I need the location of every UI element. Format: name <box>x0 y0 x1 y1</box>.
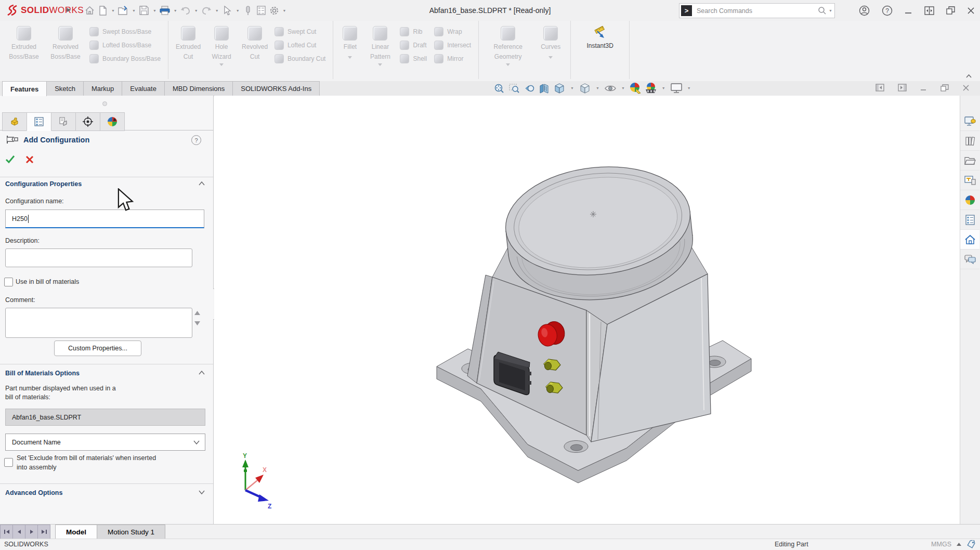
open-icon[interactable] <box>117 4 130 17</box>
print-dropdown-icon[interactable]: ▼ <box>174 9 177 12</box>
minimize-icon[interactable] <box>905 7 912 15</box>
configuration-properties-collapse-icon[interactable] <box>199 181 205 186</box>
tab-evaluate[interactable]: Evaluate <box>122 81 165 96</box>
ok-check-icon[interactable] <box>5 155 15 164</box>
bom-options-collapse-icon[interactable] <box>199 371 205 375</box>
tab-solidworks-add-ins[interactable]: SOLIDWORKS Add-Ins <box>232 81 320 96</box>
search-commands-box[interactable]: > Search Commands ▼ <box>679 3 835 18</box>
last-tab-icon[interactable] <box>37 525 50 539</box>
description-input[interactable] <box>5 248 192 267</box>
options-gear-icon[interactable] <box>268 4 281 17</box>
user-account-icon[interactable] <box>859 5 870 16</box>
display-manager-tab[interactable] <box>100 112 125 131</box>
select-cursor-icon[interactable] <box>221 4 234 17</box>
collapse-pane-left-icon[interactable] <box>876 84 884 91</box>
dimxpert-manager-tab[interactable] <box>75 112 100 131</box>
configuration-properties-header[interactable]: Configuration Properties <box>5 180 82 188</box>
linear-pattern-dropdown-icon[interactable] <box>378 63 382 66</box>
options-dropdown-icon[interactable]: ▼ <box>283 9 286 12</box>
display-style-dropdown-icon[interactable]: ▼ <box>596 86 599 90</box>
restore-icon[interactable] <box>946 6 955 15</box>
appearances-scenes-icon[interactable] <box>960 190 979 210</box>
search-input[interactable]: Search Commands <box>692 7 818 15</box>
part-model[interactable] <box>358 159 758 504</box>
mirror-button[interactable]: Mirror <box>434 54 471 63</box>
solidworks-resources-icon[interactable] <box>960 111 979 131</box>
view-palette-icon[interactable] <box>960 171 979 190</box>
file-explorer-icon[interactable] <box>960 151 979 171</box>
close-icon[interactable] <box>967 7 975 15</box>
zoom-to-area-icon[interactable] <box>508 82 520 94</box>
graphics-viewport[interactable]: Y X Z <box>214 96 960 524</box>
use-in-bom-checkbox[interactable] <box>4 278 13 286</box>
instant3d-button[interactable]: Instant3D <box>574 24 626 79</box>
home-icon[interactable] <box>83 4 96 17</box>
exclude-from-bom-checkbox[interactable] <box>4 458 13 467</box>
zoom-to-fit-icon[interactable] <box>493 82 505 94</box>
comments-icon[interactable] <box>960 250 979 269</box>
doc-minimize-icon[interactable] <box>920 84 927 91</box>
spinner-up-icon[interactable] <box>194 311 200 315</box>
save-icon[interactable] <box>138 4 151 17</box>
draft-button[interactable]: Draft <box>400 41 427 50</box>
doc-restore-icon[interactable] <box>940 84 949 91</box>
print-icon[interactable] <box>159 4 172 17</box>
view-orientation-icon[interactable] <box>553 82 566 94</box>
redo-icon[interactable] <box>200 4 213 17</box>
view-orientation-dropdown-icon[interactable]: ▼ <box>570 86 574 90</box>
section-view-icon[interactable] <box>538 82 551 94</box>
shell-button[interactable]: Shell <box>400 54 427 63</box>
swept-boss-base-button[interactable]: Swept Boss/Base <box>89 27 161 36</box>
undo-icon[interactable] <box>179 4 192 17</box>
configuration-manager-tab[interactable] <box>51 112 76 131</box>
lofted-boss-base-button[interactable]: Lofted Boss/Base <box>89 41 161 50</box>
tab-mbd-dimensions[interactable]: MBD Dimensions <box>164 81 233 96</box>
open-dropdown-icon[interactable]: ▼ <box>132 9 136 12</box>
view-settings-dropdown-icon[interactable]: ▼ <box>687 86 691 90</box>
doc-close-icon[interactable] <box>962 84 970 91</box>
rib-button[interactable]: Rib <box>400 27 427 36</box>
curves-button[interactable]: Curves <box>534 24 567 79</box>
display-style-icon[interactable] <box>579 82 591 94</box>
tab-features[interactable]: Features <box>2 81 47 96</box>
model-tab[interactable]: Model <box>55 525 97 539</box>
wrap-button[interactable]: Wrap <box>434 27 471 36</box>
previous-view-icon[interactable] <box>523 82 535 94</box>
revolved-cut-button[interactable]: Revolved Cut <box>238 24 271 79</box>
expand-pane-right-icon[interactable] <box>898 84 907 91</box>
next-tab-icon[interactable] <box>25 525 38 539</box>
boundary-cut-button[interactable]: Boundary Cut <box>275 54 325 63</box>
comment-textarea[interactable] <box>5 308 192 338</box>
tab-sketch[interactable]: Sketch <box>46 81 84 96</box>
advanced-options-header[interactable]: Advanced Options <box>5 489 62 496</box>
design-library-icon[interactable] <box>960 131 979 151</box>
panel-scroll-dot[interactable] <box>102 101 107 106</box>
advanced-options-expand-icon[interactable] <box>199 490 205 494</box>
fillet-dropdown-icon[interactable] <box>348 56 352 59</box>
hide-show-items-icon[interactable] <box>604 82 617 94</box>
extruded-boss-base-button[interactable]: Extruded Boss/Base <box>3 24 45 79</box>
previous-tab-icon[interactable] <box>12 525 25 539</box>
home-tab-icon[interactable] <box>960 230 979 250</box>
select-dropdown-icon[interactable]: ▼ <box>236 9 240 12</box>
cancel-x-icon[interactable] <box>25 155 34 164</box>
undo-dropdown-icon[interactable]: ▼ <box>194 9 198 12</box>
reference-geometry-button[interactable]: Reference Geometry <box>482 24 534 79</box>
custom-properties-button[interactable]: Custom Properties... <box>54 341 141 356</box>
properties-icon[interactable] <box>255 4 268 17</box>
tag-icon[interactable] <box>966 540 976 548</box>
curves-dropdown-icon[interactable] <box>548 56 553 59</box>
first-tab-icon[interactable] <box>0 525 13 539</box>
new-document-dropdown-icon[interactable]: ▼ <box>111 9 115 12</box>
logo-flyout-arrow-icon[interactable]: ▶ <box>67 6 71 13</box>
new-document-icon[interactable] <box>96 4 109 17</box>
view-settings-icon[interactable] <box>670 82 683 94</box>
units-dropdown-icon[interactable] <box>957 543 961 546</box>
save-dropdown-icon[interactable]: ▼ <box>153 9 156 12</box>
panel-help-icon[interactable]: ? <box>191 135 201 145</box>
lofted-cut-button[interactable]: Lofted Cut <box>275 41 325 50</box>
hole-wizard-button[interactable]: Hole Wizard <box>205 24 238 79</box>
apply-scene-dropdown-icon[interactable]: ▼ <box>662 86 665 90</box>
extruded-cut-button[interactable]: Extruded Cut <box>172 24 205 79</box>
intersect-button[interactable]: Intersect <box>434 41 471 50</box>
